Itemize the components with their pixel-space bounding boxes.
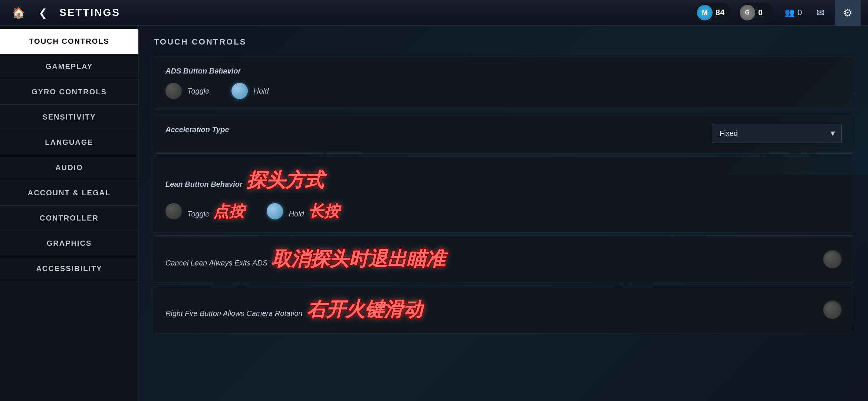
right-fire-label: Right Fire Button Allows Camera Rotation… bbox=[165, 297, 423, 323]
header: 🏠 ❮ SETTINGS M 84 G 0 👥 0 ✉ ⚙ bbox=[0, 0, 868, 26]
ads-toggle-row: Toggle Hold bbox=[165, 83, 842, 99]
lean-hold-label: Hold 长按 bbox=[289, 201, 339, 222]
content-area: TOUCH CONTROLS ADS Button Behavior Toggl… bbox=[139, 26, 868, 401]
page-title: SETTINGS bbox=[59, 7, 120, 19]
friends-count: 0 bbox=[798, 8, 802, 17]
m-currency-icon: M bbox=[697, 5, 713, 20]
ads-toggle-option[interactable]: Toggle bbox=[165, 83, 209, 99]
ads-behavior-label: ADS Button Behavior bbox=[165, 67, 842, 75]
cancel-lean-overlay: 取消探头时退出瞄准 bbox=[272, 248, 445, 270]
sidebar-item-language[interactable]: LANGUAGE bbox=[0, 130, 138, 155]
g-currency-value: 0 bbox=[758, 8, 763, 17]
sidebar-item-gyro-controls[interactable]: GYRO CONTROLS bbox=[0, 79, 138, 105]
sidebar-item-audio[interactable]: AUDIO bbox=[0, 155, 138, 180]
main-layout: TOUCH CONTROLS GAMEPLAY GYRO CONTROLS SE… bbox=[0, 26, 868, 401]
lean-hold-indicator bbox=[267, 203, 283, 219]
sidebar-item-account-legal[interactable]: ACCOUNT & LEGAL bbox=[0, 180, 138, 206]
cancel-lean-section: Cancel Lean Always Exits ADS 取消探头时退出瞄准 bbox=[154, 235, 853, 283]
lean-overlay-text: 探头方式 bbox=[247, 169, 324, 191]
sidebar-item-graphics[interactable]: GRAPHICS bbox=[0, 231, 138, 256]
lean-toggle-option[interactable]: Toggle 点按 bbox=[165, 201, 244, 222]
lean-behavior-section: Lean Button Behavior 探头方式 Toggle 点按 Hold… bbox=[154, 157, 853, 232]
settings-button[interactable]: ⚙ bbox=[835, 0, 861, 26]
ads-toggle-label: Toggle bbox=[187, 87, 209, 95]
lean-behavior-label: Lean Button Behavior 探头方式 bbox=[165, 167, 842, 193]
lean-hold-overlay: 长按 bbox=[308, 202, 339, 220]
sidebar-item-accessibility[interactable]: ACCESSIBILITY bbox=[0, 256, 138, 281]
lean-hold-option[interactable]: Hold 长按 bbox=[267, 201, 339, 222]
right-fire-row: Right Fire Button Allows Camera Rotation… bbox=[165, 297, 842, 323]
ads-hold-indicator bbox=[231, 83, 248, 99]
sidebar: TOUCH CONTROLS GAMEPLAY GYRO CONTROLS SE… bbox=[0, 26, 139, 401]
lean-toggle-label: Toggle 点按 bbox=[187, 201, 244, 222]
sidebar-item-sensitivity[interactable]: SENSITIVITY bbox=[0, 105, 138, 130]
friends-icon: 👥 bbox=[785, 8, 795, 17]
right-fire-overlay: 右开火键滑动 bbox=[307, 299, 423, 320]
cancel-lean-toggle[interactable] bbox=[823, 250, 842, 268]
sidebar-item-touch-controls[interactable]: TOUCH CONTROLS bbox=[0, 29, 138, 54]
back-button[interactable]: ❮ bbox=[33, 1, 52, 24]
lean-toggle-row: Toggle 点按 Hold 长按 bbox=[165, 201, 842, 222]
header-left: 🏠 ❮ SETTINGS bbox=[7, 1, 120, 24]
back-icon: ❮ bbox=[39, 7, 47, 19]
ads-behavior-section: ADS Button Behavior Toggle Hold bbox=[154, 56, 853, 110]
mail-icon: ✉ bbox=[816, 7, 825, 18]
acceleration-row: Acceleration Type Fixed Variable Custom … bbox=[165, 124, 842, 143]
mail-button[interactable]: ✉ bbox=[812, 4, 829, 22]
ads-toggle-off-indicator bbox=[165, 83, 182, 99]
content-title: TOUCH CONTROLS bbox=[154, 37, 853, 47]
m-currency-stat: M 84 bbox=[695, 3, 732, 23]
sidebar-item-gameplay[interactable]: GAMEPLAY bbox=[0, 54, 138, 79]
g-currency-stat: G 0 bbox=[737, 3, 775, 23]
right-fire-section: Right Fire Button Allows Camera Rotation… bbox=[154, 286, 853, 333]
acceleration-label: Acceleration Type bbox=[165, 125, 229, 134]
right-fire-toggle[interactable] bbox=[823, 300, 842, 319]
g-currency-icon: G bbox=[740, 5, 755, 20]
acceleration-dropdown[interactable]: Fixed Variable Custom bbox=[712, 124, 842, 143]
cancel-lean-label: Cancel Lean Always Exits ADS 取消探头时退出瞄准 bbox=[165, 246, 445, 272]
sidebar-item-controller[interactable]: CONTROLLER bbox=[0, 206, 138, 231]
home-button[interactable]: 🏠 bbox=[7, 1, 30, 24]
ads-hold-option[interactable]: Hold bbox=[231, 83, 269, 99]
lean-toggle-overlay: 点按 bbox=[213, 202, 244, 220]
home-icon: 🏠 bbox=[12, 7, 25, 19]
acceleration-dropdown-wrapper: Fixed Variable Custom ▼ bbox=[712, 124, 842, 143]
friends-button[interactable]: 👥 0 bbox=[780, 5, 806, 20]
lean-toggle-off-indicator bbox=[165, 203, 182, 219]
acceleration-section: Acceleration Type Fixed Variable Custom … bbox=[154, 113, 853, 154]
gear-icon: ⚙ bbox=[843, 7, 852, 19]
m-currency-value: 84 bbox=[716, 8, 724, 17]
cancel-lean-row: Cancel Lean Always Exits ADS 取消探头时退出瞄准 bbox=[165, 246, 842, 272]
header-right: M 84 G 0 👥 0 ✉ ⚙ bbox=[695, 0, 861, 26]
ads-hold-label: Hold bbox=[253, 87, 269, 95]
